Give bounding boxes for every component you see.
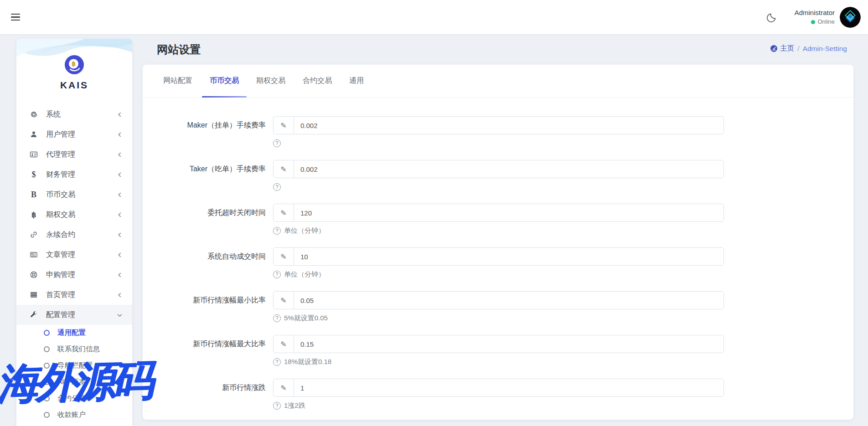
sidebar-item-config-management[interactable]: 配置管理 bbox=[16, 305, 132, 325]
edit-addon[interactable]: ✎ bbox=[274, 204, 294, 221]
wrench-icon bbox=[28, 311, 39, 319]
subitem-label: 收款账户 bbox=[57, 410, 86, 420]
breadcrumb-separator: / bbox=[797, 45, 799, 53]
chevron-left-icon bbox=[117, 293, 122, 298]
settings-tabs: 网站配置 币币交易 期权交易 合约交易 通用 bbox=[143, 65, 853, 98]
edit-addon[interactable]: ✎ bbox=[274, 335, 294, 353]
sidebar-item-subscription-management[interactable]: 申购管理 bbox=[16, 265, 132, 285]
form-row-min-rise-ratio: 新币行情涨幅最小比率 ✎ ? 5%就设置0.05 bbox=[143, 291, 853, 323]
field-label: 系统自动成交时间 bbox=[143, 247, 266, 266]
form-row-rise-fall: 新币行情涨跌 ✎ ? 1涨2跌 bbox=[143, 379, 853, 411]
settings-form: Maker（挂单）手续费率 ✎ ? Taker（吃单）手续费率 ✎ bbox=[143, 98, 853, 411]
taker-fee-input[interactable] bbox=[294, 160, 723, 178]
tab-coin-trade[interactable]: 币币交易 bbox=[201, 65, 248, 97]
field-hint: ? 18%就设置0.18 bbox=[273, 357, 724, 367]
sidebar-subitem-navbar-config[interactable]: 导航栏配置 bbox=[16, 357, 132, 374]
pencil-icon: ✎ bbox=[280, 165, 286, 174]
tab-contract-trade[interactable]: 合约交易 bbox=[294, 65, 341, 97]
pencil-icon: ✎ bbox=[280, 209, 286, 217]
pencil-icon: ✎ bbox=[280, 121, 286, 130]
sidebar-item-coin-trade[interactable]: B 币币交易 bbox=[16, 185, 132, 205]
question-circle-icon: ? bbox=[273, 139, 281, 147]
sidebar-item-perpetual-contract[interactable]: 永续合约 bbox=[16, 225, 132, 245]
breadcrumb-home-label: 主页 bbox=[780, 44, 794, 53]
tab-general[interactable]: 通用 bbox=[341, 65, 372, 97]
chevron-left-icon bbox=[117, 252, 122, 257]
subitem-label: 通用配置 bbox=[57, 328, 86, 338]
max-rise-ratio-input[interactable] bbox=[294, 335, 723, 353]
sidebar-subitem-payment-account[interactable]: 收款账户 bbox=[16, 406, 132, 423]
settings-card: 网站配置 币币交易 期权交易 合约交易 通用 Maker（挂单）手续费率 ✎ ?… bbox=[143, 65, 853, 420]
hamburger-menu-button[interactable] bbox=[11, 12, 23, 22]
pencil-icon: ✎ bbox=[280, 296, 286, 305]
hint-text: 5%就设置0.05 bbox=[284, 314, 328, 323]
sidebar-item-finance-management[interactable]: $ 财务管理 bbox=[16, 164, 132, 185]
pencil-icon: ✎ bbox=[280, 252, 286, 261]
letter-b-icon: B bbox=[28, 190, 39, 200]
form-row-maker-fee: Maker（挂单）手续费率 ✎ ? bbox=[143, 116, 853, 148]
life-ring-icon bbox=[28, 271, 39, 279]
auto-deal-time-input[interactable] bbox=[294, 248, 723, 265]
top-header: Administrator Online bbox=[0, 0, 868, 34]
svg-text:฿: ฿ bbox=[72, 60, 76, 67]
order-timeout-input[interactable] bbox=[294, 204, 723, 221]
form-row-taker-fee: Taker（吃单）手续费率 ✎ ? bbox=[143, 160, 853, 192]
sidebar-item-homepage-management[interactable]: 首页管理 bbox=[16, 285, 132, 305]
min-rise-ratio-input[interactable] bbox=[294, 292, 723, 309]
sidebar-item-system[interactable]: 系统 bbox=[16, 104, 132, 124]
sidebar-item-article-management[interactable]: 文章管理 bbox=[16, 245, 132, 265]
link-icon bbox=[28, 231, 39, 239]
field-label: 新币行情涨跌 bbox=[143, 379, 266, 397]
field-label: Maker（挂单）手续费率 bbox=[143, 116, 266, 134]
edit-addon[interactable]: ✎ bbox=[274, 248, 294, 265]
field-hint: ? bbox=[273, 182, 724, 192]
sidebar-subitem-contact-info[interactable]: 联系我们信息 bbox=[16, 341, 132, 357]
pencil-icon: ✎ bbox=[280, 340, 286, 349]
pencil-icon: ✎ bbox=[280, 384, 286, 392]
sidebar-subitem-general-config[interactable]: 通用配置 bbox=[16, 324, 132, 341]
edit-addon[interactable]: ✎ bbox=[274, 160, 294, 178]
sidebar-item-label: 财务管理 bbox=[46, 170, 117, 180]
user-meta: Administrator Online bbox=[795, 9, 835, 26]
avatar[interactable] bbox=[840, 7, 861, 28]
tab-option-trade[interactable]: 期权交易 bbox=[248, 65, 294, 97]
tab-site-config[interactable]: 网站配置 bbox=[155, 65, 201, 97]
dollar-icon: $ bbox=[28, 170, 39, 180]
circle-icon bbox=[44, 346, 50, 352]
sidebar-subitem-app-version[interactable]: APP版本 bbox=[16, 374, 132, 390]
form-row-order-timeout: 委托超时关闭时间 ✎ ? 单位（分钟） bbox=[143, 204, 853, 236]
dark-mode-toggle[interactable] bbox=[766, 12, 777, 23]
field-hint: ? 5%就设置0.05 bbox=[273, 313, 724, 323]
breadcrumb: 主页 / Admin-Setting bbox=[770, 44, 847, 53]
sidebar-item-label: 申购管理 bbox=[46, 270, 117, 280]
question-circle-icon: ? bbox=[273, 183, 281, 191]
field-label: 新币行情涨幅最大比率 bbox=[143, 335, 266, 353]
breadcrumb-home-link[interactable]: 主页 bbox=[770, 44, 794, 53]
hint-text: 单位（分钟） bbox=[284, 226, 325, 235]
sidebar-item-agent-management[interactable]: 代理管理 bbox=[16, 144, 132, 164]
edit-addon[interactable]: ✎ bbox=[274, 117, 294, 134]
question-circle-icon: ? bbox=[273, 271, 281, 278]
rise-fall-input[interactable] bbox=[294, 379, 723, 396]
edit-addon[interactable]: ✎ bbox=[274, 292, 294, 309]
sidebar-item-user-management[interactable]: 用户管理 bbox=[16, 124, 132, 144]
sidebar-item-label: 系统 bbox=[46, 110, 117, 119]
breadcrumb-current[interactable]: Admin-Setting bbox=[803, 45, 847, 53]
question-circle-icon: ? bbox=[273, 314, 281, 322]
brand-logo-icon: ฿ bbox=[64, 54, 85, 77]
brand[interactable]: ฿ KAIS bbox=[16, 54, 132, 91]
sidebar-item-option-trade[interactable]: ฿ 期权交易 bbox=[16, 205, 132, 225]
circle-icon bbox=[44, 363, 50, 369]
sidebar-subitem-contract-share[interactable]: 合约分享 bbox=[16, 390, 132, 406]
chevron-left-icon bbox=[117, 212, 122, 217]
subitem-label: 导航栏配置 bbox=[57, 361, 93, 370]
field-hint: ? 1涨2跌 bbox=[273, 400, 724, 411]
maker-fee-input[interactable] bbox=[294, 117, 723, 134]
circle-icon bbox=[44, 412, 50, 418]
user-icon bbox=[28, 130, 39, 139]
gear-icon bbox=[28, 110, 39, 118]
user-name: Administrator bbox=[795, 9, 835, 17]
edit-addon[interactable]: ✎ bbox=[274, 379, 294, 396]
question-circle-icon: ? bbox=[273, 358, 281, 366]
chevron-left-icon bbox=[117, 272, 122, 277]
